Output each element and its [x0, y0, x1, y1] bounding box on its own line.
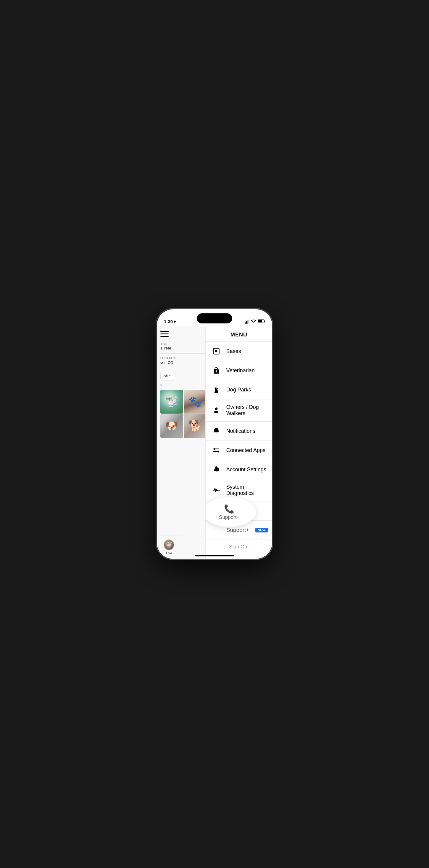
menu-item-system-diagnostics[interactable]: System Diagnostics [206, 479, 272, 501]
phone-icon: 📞 [224, 504, 234, 514]
left-panel-content: AGE 1 Year LOCATION ver, CO ofile S [157, 327, 210, 442]
sign-out-row[interactable]: Sign Out [206, 539, 272, 554]
svg-rect-4 [216, 350, 218, 352]
pet-name: Lola [166, 551, 172, 555]
system-diagnostics-icon [211, 486, 221, 495]
photos-label: S [160, 384, 206, 387]
photo-grid: 🐩 🐾 🐶 🐕 [160, 390, 206, 438]
menu-item-notifications[interactable]: Notifications [206, 421, 272, 440]
menu-title: MENU [206, 327, 272, 341]
account-settings-label: Account Settings [226, 467, 266, 473]
veterinarian-label: Veterinarian [226, 368, 255, 374]
phone-frame: 1:39 ▶ [157, 309, 272, 559]
bases-icon [211, 346, 221, 356]
support-plus-label: Support+ [226, 527, 250, 533]
photo-2[interactable]: 🐾 [184, 390, 206, 413]
status-time: 1:39 ▶ [164, 319, 176, 324]
svg-rect-2 [258, 320, 262, 322]
time-display: 1:39 [164, 319, 173, 324]
photo-3[interactable]: 🐶 [160, 414, 183, 438]
owners-walkers-label: Owners / Dog Walkers [226, 404, 266, 416]
status-icons [245, 319, 265, 324]
photo-4[interactable]: 🐕 [184, 414, 206, 438]
dog-parks-icon [211, 385, 221, 394]
account-settings-icon [211, 465, 221, 474]
dynamic-island [197, 313, 232, 323]
pet-info: AGE 1 Year LOCATION ver, CO ofile S [160, 343, 206, 387]
dog-image-3: 🐶 [160, 414, 183, 438]
svg-point-5 [215, 407, 218, 410]
new-badge: NEW [255, 528, 268, 532]
connected-apps-label: Connected Apps [226, 447, 265, 454]
menu-item-owners-walkers[interactable]: Owners / Dog Walkers [206, 399, 272, 421]
divider-1 [160, 353, 206, 353]
age-value: 1 Year [160, 346, 171, 350]
avatar[interactable]: 🐩 [164, 539, 174, 550]
location-label: LOCATION [160, 356, 206, 360]
left-panel: AGE 1 Year LOCATION ver, CO ofile S [157, 327, 210, 559]
bases-label: Bases [226, 348, 241, 354]
age-label: AGE [160, 343, 171, 346]
system-diagnostics-label: System Diagnostics [226, 484, 266, 496]
location-value: ver, CO [160, 361, 206, 365]
dog-parks-label: Dog Parks [226, 387, 251, 393]
support-popup[interactable]: 📞 Support+ [205, 497, 256, 527]
support-plus-icon [211, 525, 221, 535]
photo-1[interactable]: 🐩 [160, 390, 183, 413]
menu-item-bases[interactable]: Bases [206, 341, 272, 361]
notifications-icon [211, 426, 221, 436]
notifications-label: Notifications [226, 428, 255, 434]
veterinarian-icon [211, 366, 221, 375]
hamburger-menu[interactable] [160, 331, 169, 337]
owners-walkers-icon [211, 406, 221, 415]
battery-icon [258, 319, 265, 324]
connected-apps-icon [211, 445, 221, 455]
bottom-nav: 🐩 Lola [157, 535, 181, 559]
age-block: AGE 1 Year [160, 343, 171, 350]
main-content: AGE 1 Year LOCATION ver, CO ofile S [157, 327, 272, 559]
menu-panel: MENU Bases [205, 327, 272, 559]
dog-image-1: 🐩 [160, 390, 183, 413]
svg-rect-6 [214, 411, 218, 413]
svg-rect-1 [264, 320, 265, 322]
signal-icon [245, 319, 250, 324]
dog-image-2: 🐾 [184, 390, 206, 413]
menu-item-dog-parks[interactable]: Dog Parks [206, 380, 272, 399]
dog-image-4: 🐕 [184, 414, 206, 438]
menu-item-connected-apps[interactable]: Connected Apps [206, 440, 272, 460]
wifi-icon [251, 319, 256, 324]
sign-out-label: Sign Out [229, 544, 249, 550]
home-indicator[interactable] [195, 555, 234, 556]
phone-screen: 1:39 ▶ [157, 309, 272, 559]
location-arrow-icon: ▶ [174, 319, 176, 323]
profile-button[interactable]: ofile [160, 371, 174, 381]
divider-2 [160, 368, 206, 368]
support-popup-label: Support+ [219, 515, 239, 520]
menu-item-veterinarian[interactable]: Veterinarian [206, 361, 272, 380]
menu-item-account-settings[interactable]: Account Settings [206, 460, 272, 479]
age-row: AGE 1 Year [160, 343, 206, 350]
